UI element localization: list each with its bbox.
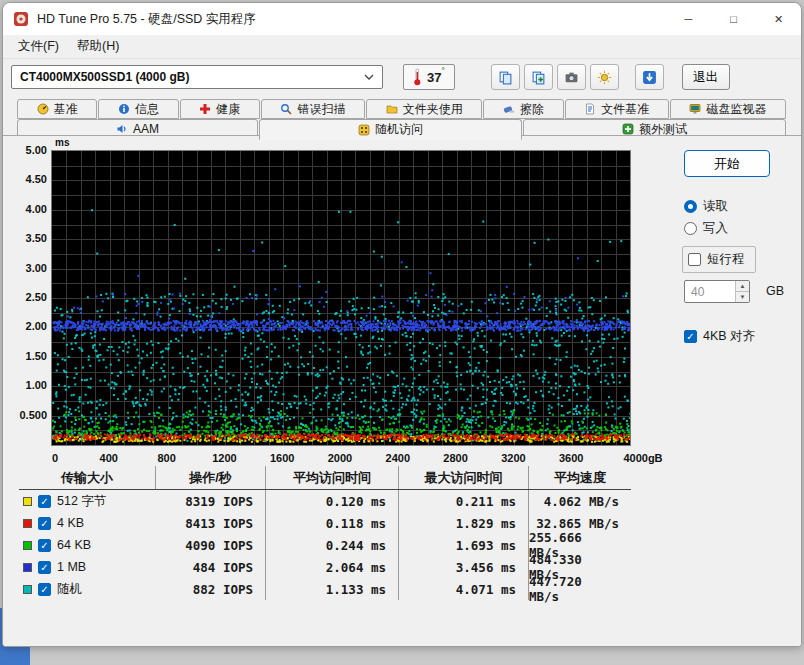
short-stroke-label: 短行程 (707, 251, 745, 268)
read-radio[interactable] (684, 200, 697, 213)
tab-label: 擦除 (520, 101, 544, 118)
temperature-value: 37 (427, 70, 441, 85)
series-color-swatch (23, 541, 32, 550)
cell-iops: 8319 IOPS (155, 490, 265, 512)
series-legend-cell: 64 KB (19, 538, 155, 552)
extra-tests-icon (622, 123, 634, 135)
read-radio-row[interactable]: 读取 (684, 198, 728, 215)
thermometer-icon (413, 68, 422, 86)
close-button[interactable]: ✕ (756, 3, 801, 35)
capacity-stepper: ▲ ▼ (684, 280, 750, 303)
y-axis-tick: 3.50 (5, 232, 47, 244)
copy-icon (498, 70, 513, 85)
short-stroke-checkbox[interactable] (688, 253, 701, 266)
drive-select[interactable]: CT4000MX500SSD1 (4000 gB) (11, 65, 383, 89)
series-label: 512 字节 (57, 493, 106, 510)
tab-label: 磁盘监视器 (706, 101, 766, 118)
toolbar: CT4000MX500SSD1 (4000 gB) 37° 退出 (3, 59, 801, 95)
info-icon (118, 103, 130, 115)
column-header: 传输大小 (19, 466, 155, 489)
cell-avg: 2.064 ms (265, 556, 398, 578)
aam-icon (116, 123, 128, 135)
align-checkbox-row[interactable]: 4KB 对齐 (684, 328, 755, 345)
align-4kb-checkbox[interactable] (684, 330, 697, 343)
cell-speed: 4.062 MB/s (528, 490, 631, 512)
series-legend-cell: 随机 (19, 581, 155, 598)
copy-add-button[interactable] (524, 64, 553, 90)
results-table: 传输大小操作/秒平均访问时间最大访问时间平均速度 512 字节8319 IOPS… (19, 466, 631, 600)
x-axis-tick: 2800 (424, 452, 488, 464)
tab-disk-monitor[interactable]: 磁盘监视器 (670, 99, 786, 119)
table-row: 512 字节8319 IOPS0.120 ms0.211 ms4.062 MB/… (19, 490, 631, 512)
cell-iops: 4090 IOPS (155, 534, 265, 556)
camera-icon (564, 70, 579, 85)
cell-iops: 484 IOPS (155, 556, 265, 578)
short-stroke-group[interactable]: 短行程 (682, 246, 756, 273)
cell-avg: 1.133 ms (265, 578, 398, 600)
cell-avg: 0.118 ms (265, 512, 398, 534)
y-axis-tick: 0.500 (5, 409, 47, 421)
exit-button[interactable]: 退出 (682, 64, 730, 90)
results-table-header: 传输大小操作/秒平均访问时间最大访问时间平均速度 (19, 466, 631, 490)
error-scan-icon (280, 103, 292, 115)
x-axis-tick: 3200 (481, 452, 545, 464)
y-axis-tick: 2.00 (5, 320, 47, 332)
cell-iops: 882 IOPS (155, 578, 265, 600)
copy-button[interactable] (491, 64, 520, 90)
column-header: 平均速度 (528, 466, 631, 489)
tab-row-1: 基准信息健康错误扫描文件夹使用擦除文件基准磁盘监视器 (17, 99, 787, 119)
tab-erase[interactable]: 擦除 (483, 99, 563, 119)
column-header: 平均访问时间 (265, 466, 398, 489)
series-label: 4 KB (57, 516, 84, 530)
start-button[interactable]: 开始 (684, 150, 770, 177)
read-radio-label: 读取 (703, 198, 728, 215)
tab-benchmark[interactable]: 基准 (17, 99, 97, 119)
tab-error-scan[interactable]: 错误扫描 (261, 99, 365, 119)
cell-max: 4.071 ms (398, 578, 528, 600)
series-checkbox[interactable] (38, 583, 51, 596)
series-color-swatch (23, 563, 32, 572)
series-color-swatch (23, 497, 32, 506)
series-checkbox[interactable] (38, 539, 51, 552)
toolbar-buttons (491, 64, 664, 90)
cell-max: 1.693 ms (398, 534, 528, 556)
minimize-button[interactable]: ─ (666, 3, 711, 35)
series-checkbox[interactable] (38, 517, 51, 530)
tab-info[interactable]: 信息 (98, 99, 178, 119)
series-label: 1 MB (57, 560, 86, 574)
disk-monitor-icon (689, 103, 701, 115)
app-icon (13, 11, 29, 27)
spin-down-icon[interactable]: ▼ (735, 291, 749, 302)
download-button[interactable] (635, 64, 664, 90)
maximize-button[interactable]: □ (711, 3, 756, 35)
random-access-pane: ms 5.004.504.003.503.002.502.001.501.000… (3, 135, 801, 646)
tab-random-access[interactable]: 随机访问 (259, 119, 522, 140)
title-bar[interactable]: HD Tune Pro 5.75 - 硬盘/SSD 实用程序 ─ □ ✕ (3, 3, 801, 35)
window-title: HD Tune Pro 5.75 - 硬盘/SSD 实用程序 (37, 11, 256, 28)
camera-button[interactable] (557, 64, 586, 90)
y-axis-unit-label: ms (55, 137, 69, 148)
x-axis-tick: 1200 (192, 452, 256, 464)
scatter-plot-area (51, 150, 631, 446)
tab-label: 错误扫描 (297, 101, 345, 118)
series-checkbox[interactable] (38, 561, 51, 574)
save-image-button[interactable] (590, 64, 619, 90)
cell-max: 0.211 ms (398, 490, 528, 512)
menu-file[interactable]: 文件(F) (9, 35, 68, 58)
spin-up-icon[interactable]: ▲ (735, 281, 749, 291)
tab-folder-usage[interactable]: 文件夹使用 (366, 99, 482, 119)
series-legend-cell: 4 KB (19, 516, 155, 530)
write-radio[interactable] (684, 222, 697, 235)
cell-max: 3.456 ms (398, 556, 528, 578)
menu-help[interactable]: 帮助(H) (68, 35, 128, 58)
tab-health[interactable]: 健康 (180, 99, 260, 119)
health-icon (199, 103, 211, 115)
cell-avg: 0.120 ms (265, 490, 398, 512)
x-axis-tick: 2400 (366, 452, 430, 464)
series-color-swatch (23, 585, 32, 594)
write-radio-row[interactable]: 写入 (684, 220, 728, 237)
tab-file-benchmark[interactable]: 文件基准 (565, 99, 669, 119)
column-header: 操作/秒 (155, 466, 265, 489)
cell-avg: 0.244 ms (265, 534, 398, 556)
series-checkbox[interactable] (38, 495, 51, 508)
